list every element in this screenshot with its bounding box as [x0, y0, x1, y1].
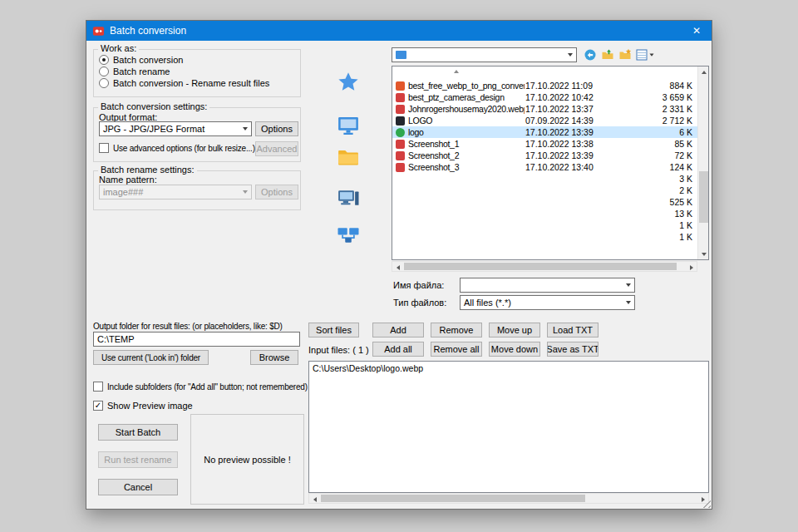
hscrollbar-thumb[interactable] [404, 263, 677, 270]
output-folder-label: Output folder for result files: (or plac… [93, 322, 303, 331]
add-button[interactable]: Add [372, 323, 424, 337]
up-one-level-icon[interactable] [601, 48, 614, 62]
file-row[interactable]: Screenshot_317.10.2022 13:40124 K [392, 161, 697, 173]
save-as-txt-button[interactable]: Save as TXT [547, 342, 598, 357]
work-as-group-label: Work as: [98, 43, 139, 53]
cancel-button[interactable]: Cancel [98, 479, 178, 495]
radio-batch-conversion[interactable]: Batch conversion [99, 55, 183, 65]
file-list-rows: best_free_webp_to_png_convert…17.10.2022… [392, 80, 697, 243]
file-row[interactable]: 1 K [392, 231, 697, 243]
hscrollbar-thumb[interactable] [321, 495, 585, 502]
file-name: LOGO [408, 116, 525, 126]
chevron-down-icon[interactable] [564, 48, 576, 62]
output-folder-input[interactable] [93, 332, 300, 347]
file-row[interactable]: 525 K [392, 196, 697, 208]
include-subfolders-checkbox[interactable]: Include subfolders (for "Add all" button… [93, 382, 308, 392]
file-row[interactable]: 2 K [392, 185, 697, 196]
load-txt-button[interactable]: Load TXT [547, 323, 598, 337]
use-current-folder-button[interactable]: Use current ('Look in') folder [93, 350, 209, 365]
file-type-combo-value: All files (*.*) [461, 298, 622, 308]
file-name: best_ptz_cameras_design [408, 92, 525, 102]
scroll-down-icon[interactable] [698, 249, 709, 259]
close-icon[interactable]: ✕ [682, 21, 712, 41]
show-preview-checkbox[interactable]: Show Preview image [93, 401, 193, 411]
file-date: 17.10.2022 13:38 [525, 139, 594, 149]
file-size: 2 712 K [663, 116, 692, 126]
checkbox-label: Show Preview image [107, 401, 193, 411]
view-menu-icon[interactable] [636, 48, 655, 62]
name-pattern-combo: image### [99, 185, 252, 200]
remove-button[interactable]: Remove [431, 323, 482, 337]
sort-files-button[interactable]: Sort files [308, 323, 359, 337]
radio-batch-rename[interactable]: Batch rename [99, 66, 170, 76]
file-row[interactable]: logo17.10.2022 13:396 K [392, 126, 697, 138]
file-name-combo[interactable] [460, 278, 635, 293]
file-row[interactable]: best_free_webp_to_png_convert…17.10.2022… [392, 80, 697, 91]
advanced-options-checkbox[interactable]: Use advanced options (for bulk resize...… [99, 143, 255, 153]
file-size: 2 331 K [663, 104, 692, 114]
file-row[interactable]: Screenshot_217.10.2022 13:3972 K [392, 150, 697, 161]
input-files-hscrollbar[interactable] [308, 493, 709, 504]
chevron-down-icon[interactable] [239, 122, 251, 135]
batch-conversion-dialog: Batch conversion ✕ Work as: Batch conver… [86, 20, 712, 510]
scroll-left-icon[interactable] [392, 262, 403, 273]
browser-toolbar [584, 48, 655, 62]
start-batch-button[interactable]: Start Batch [98, 424, 178, 441]
add-all-button[interactable]: Add all [372, 342, 424, 357]
this-pc-icon[interactable] [336, 185, 361, 210]
browse-button[interactable]: Browse [250, 350, 298, 365]
irfanview-app-icon [92, 25, 105, 37]
file-row[interactable]: LOGO07.09.2022 14:392 712 K [392, 115, 697, 126]
move-down-button[interactable]: Move down [489, 342, 540, 357]
radio-selected-icon [99, 55, 109, 65]
radio-label: Batch rename [113, 66, 170, 76]
new-folder-icon[interactable] [618, 48, 632, 62]
file-size: 1 K [679, 232, 692, 242]
file-size: 72 K [674, 150, 692, 160]
file-list-viewport: best_free_webp_to_png_convert…17.10.2022… [392, 66, 697, 259]
move-up-button[interactable]: Move up [489, 323, 540, 337]
window-title: Batch conversion [110, 25, 186, 37]
folder-combobox[interactable] [392, 47, 577, 62]
file-type-icon [396, 128, 405, 137]
sort-ascending-icon [454, 70, 459, 73]
network-icon[interactable] [336, 223, 361, 248]
batch-rename-settings-group: Batch rename settings: Name pattern: ima… [93, 170, 301, 210]
scroll-up-icon[interactable] [698, 66, 709, 77]
output-format-combo[interactable]: JPG - JPG/JPEG Format [99, 121, 252, 136]
checkbox-checked-icon [93, 401, 103, 411]
file-type-combo[interactable]: All files (*.*) [460, 295, 635, 310]
scroll-right-icon[interactable] [686, 262, 697, 273]
input-files-list[interactable]: C:\Users\Desktop\logo.webp [308, 361, 709, 493]
file-row[interactable]: 1 K [392, 219, 697, 231]
scroll-left-icon[interactable] [309, 494, 320, 505]
file-size: 3 659 K [663, 92, 692, 102]
format-options-button[interactable]: Options [255, 121, 298, 136]
preview-message: No preview possible ! [204, 455, 291, 465]
file-size: 2 K [679, 185, 692, 195]
file-size: 85 K [674, 139, 692, 149]
chevron-down-icon[interactable] [622, 296, 634, 309]
last-folder-visited-icon[interactable] [584, 48, 597, 62]
file-row[interactable]: Johnrogershousemay2020.webp17.10.2022 13… [392, 103, 697, 115]
quick-access-star-icon[interactable] [336, 70, 361, 95]
file-date: 17.10.2022 13:39 [525, 150, 594, 160]
vscrollbar-thumb[interactable] [699, 171, 708, 223]
file-size: 124 K [670, 162, 692, 172]
desktop-icon[interactable] [336, 113, 361, 138]
file-list-vscrollbar[interactable] [697, 66, 708, 259]
file-size: 6 K [679, 127, 692, 137]
file-list-hscrollbar[interactable] [392, 261, 697, 272]
input-file-path[interactable]: C:\Users\Desktop\logo.webp [313, 363, 705, 373]
radio-batch-conversion-rename[interactable]: Batch conversion - Rename result files [99, 78, 269, 88]
file-row[interactable]: 3 K [392, 173, 697, 185]
file-row[interactable]: Screenshot_117.10.2022 13:3885 K [392, 138, 697, 150]
file-date: 17.10.2022 11:09 [525, 81, 593, 91]
titlebar[interactable]: Batch conversion ✕ [86, 21, 712, 41]
libraries-folder-icon[interactable] [336, 145, 361, 170]
file-row[interactable]: 13 K [392, 208, 697, 219]
remove-all-button[interactable]: Remove all [431, 342, 482, 357]
file-date: 17.10.2022 13:37 [525, 104, 594, 114]
chevron-down-icon[interactable] [622, 278, 634, 292]
file-row[interactable]: best_ptz_cameras_design17.10.2022 10:423… [392, 91, 697, 103]
